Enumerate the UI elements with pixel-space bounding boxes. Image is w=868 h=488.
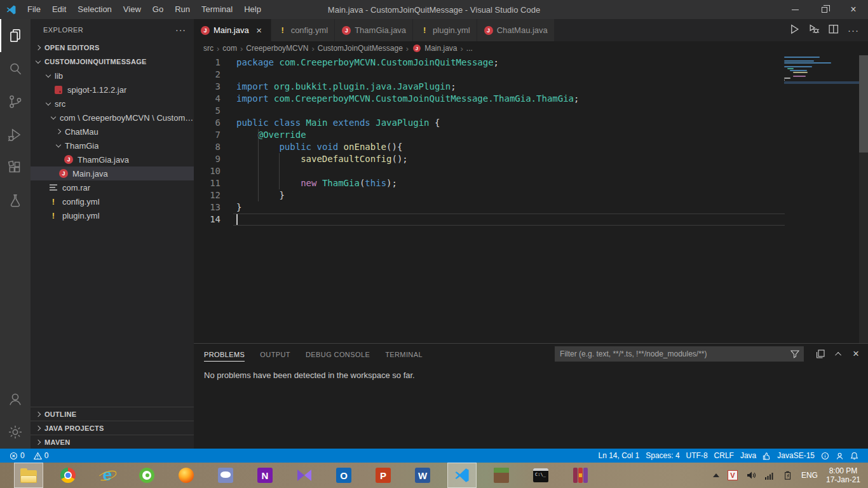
run-debug-icon[interactable] bbox=[0, 118, 31, 151]
code-line-7[interactable]: 7 @Override bbox=[194, 129, 868, 141]
line-number[interactable]: 13 bbox=[194, 201, 233, 214]
section-outline[interactable]: OUTLINE bbox=[31, 407, 194, 421]
tree-item-config.yml[interactable]: !config.yml bbox=[31, 194, 194, 208]
battery-icon[interactable] bbox=[783, 470, 793, 480]
tree-item-main.java[interactable]: JMain.java bbox=[31, 166, 194, 180]
code-line-11[interactable]: 11 new ThamGia(this); bbox=[194, 177, 868, 189]
code-line-9[interactable]: 9 saveDefaultConfig(); bbox=[194, 153, 868, 165]
status-java-runtime[interactable]: JavaSE-15 bbox=[774, 449, 818, 463]
clock[interactable]: 8:00 PM 17-Jan-21 bbox=[826, 466, 860, 484]
status-cursor-position[interactable]: Ln 14, Col 1 bbox=[595, 449, 643, 463]
debug-button-icon[interactable] bbox=[808, 24, 819, 37]
search-icon[interactable] bbox=[0, 52, 31, 85]
line-number[interactable]: 11 bbox=[194, 177, 233, 189]
status-warnings[interactable]: 0 bbox=[31, 449, 52, 463]
taskbar-outlook-icon[interactable]: O bbox=[329, 463, 358, 488]
network-icon[interactable] bbox=[764, 470, 775, 480]
tree-item-thamgia[interactable]: ThamGia bbox=[31, 139, 194, 152]
line-number[interactable]: 9 bbox=[194, 153, 233, 165]
taskbar-vscode-icon[interactable] bbox=[447, 463, 477, 488]
taskbar-file-explorer-icon[interactable] bbox=[14, 463, 43, 488]
line-number[interactable]: 14 bbox=[194, 214, 233, 226]
line-number[interactable]: 10 bbox=[194, 165, 233, 177]
code-line-3[interactable]: 3import org.bukkit.plugin.java.JavaPlugi… bbox=[194, 81, 868, 93]
breadcrumb-item-...[interactable]: ... bbox=[466, 44, 473, 53]
taskbar-powerpoint-icon[interactable]: P bbox=[369, 463, 398, 488]
testing-icon[interactable] bbox=[0, 184, 31, 217]
breadcrumb-item-src[interactable]: src bbox=[203, 44, 214, 53]
run-button-icon[interactable] bbox=[789, 24, 799, 37]
code-line-14[interactable]: 14 bbox=[194, 214, 868, 226]
taskbar-firefox-icon[interactable] bbox=[172, 463, 201, 488]
line-number[interactable]: 12 bbox=[194, 189, 233, 201]
volume-icon[interactable] bbox=[746, 470, 756, 480]
menu-edit[interactable]: Edit bbox=[46, 0, 72, 19]
line-number[interactable]: 3 bbox=[194, 81, 233, 93]
status-feedback[interactable] bbox=[832, 449, 847, 463]
filter-input-field[interactable] bbox=[560, 349, 790, 358]
menu-selection[interactable]: Selection bbox=[72, 0, 117, 19]
tree-item-chatmau[interactable]: ChatMau bbox=[31, 125, 194, 139]
line-number[interactable]: 8 bbox=[194, 141, 233, 153]
breadcrumb-item-main.java[interactable]: JMain.java bbox=[412, 43, 457, 53]
tree-item-plugin.yml[interactable]: !plugin.yml bbox=[31, 208, 194, 222]
status-java-status[interactable] bbox=[759, 449, 774, 463]
panel-tab-terminal[interactable]: TERMINAL bbox=[385, 347, 423, 362]
tray-chevron-up-icon[interactable] bbox=[713, 473, 719, 477]
menu-file[interactable]: File bbox=[22, 0, 46, 19]
close-panel-icon[interactable]: × bbox=[853, 349, 859, 359]
taskbar-onenote-icon[interactable]: N bbox=[250, 463, 280, 488]
status-notifications[interactable] bbox=[847, 449, 862, 463]
taskbar-discord-icon[interactable] bbox=[211, 463, 240, 488]
language-indicator[interactable]: ENG bbox=[801, 471, 818, 480]
code-editor[interactable]: 1package com.CreeperboyMCVN.CustomJoinQu… bbox=[194, 55, 868, 343]
taskbar-kmplayer-icon[interactable] bbox=[290, 463, 319, 488]
code-line-1[interactable]: 1package com.CreeperboyMCVN.CustomJoinQu… bbox=[194, 57, 868, 69]
taskbar-coc-coc-icon[interactable] bbox=[132, 463, 161, 488]
tree-item-lib[interactable]: lib bbox=[31, 69, 194, 83]
status-errors[interactable]: 0 bbox=[6, 449, 28, 463]
line-number[interactable]: 6 bbox=[194, 117, 233, 129]
tab-main.java[interactable]: JMain.java× bbox=[194, 19, 271, 41]
more-actions-icon[interactable]: ··· bbox=[848, 25, 859, 36]
extensions-icon[interactable] bbox=[0, 151, 31, 184]
code-line-6[interactable]: 6public class Main extends JavaPlugin { bbox=[194, 117, 868, 129]
tab-chatmau.java[interactable]: JChatMau.java bbox=[477, 19, 555, 41]
unikey-icon[interactable]: V bbox=[728, 470, 738, 480]
split-editor-button-icon[interactable] bbox=[828, 24, 839, 37]
status-eol[interactable]: CRLF bbox=[711, 449, 737, 463]
line-number[interactable]: 7 bbox=[194, 129, 233, 141]
tree-item-thamgia.java[interactable]: JThamGia.java bbox=[31, 152, 194, 166]
code-line-4[interactable]: 4import com.CreeperboyMCVN.CustomJoinQui… bbox=[194, 93, 868, 105]
status-indentation[interactable]: Spaces: 4 bbox=[642, 449, 682, 463]
menu-go[interactable]: Go bbox=[147, 0, 169, 19]
code-line-13[interactable]: 13} bbox=[194, 201, 868, 214]
tab-plugin.yml[interactable]: !plugin.yml bbox=[413, 19, 477, 41]
maximize-panel-icon[interactable] bbox=[835, 351, 841, 358]
code-line-2[interactable]: 2 bbox=[194, 69, 868, 81]
code-line-8[interactable]: 8 public void onEnable(){ bbox=[194, 141, 868, 153]
status-info[interactable] bbox=[818, 449, 832, 463]
status-language-mode[interactable]: Java bbox=[737, 449, 759, 463]
filter-funnel-icon[interactable] bbox=[790, 349, 800, 359]
panel-tab-output[interactable]: OUTPUT bbox=[260, 347, 290, 362]
problems-filter-input[interactable] bbox=[555, 346, 804, 362]
menu-run[interactable]: Run bbox=[169, 0, 196, 19]
status-encoding[interactable]: UTF-8 bbox=[683, 449, 711, 463]
sidebar-more-icon[interactable]: ··· bbox=[175, 25, 186, 35]
open-editors-section[interactable]: OPEN EDITORS bbox=[31, 41, 194, 55]
panel-tab-debug-console[interactable]: DEBUG CONSOLE bbox=[306, 347, 370, 362]
code-line-10[interactable]: 10 bbox=[194, 165, 868, 177]
close-tab-icon[interactable]: × bbox=[254, 25, 264, 36]
minimap[interactable] bbox=[784, 57, 859, 83]
tree-item-com.rar[interactable]: com.rar bbox=[31, 180, 194, 194]
tree-item-src[interactable]: src bbox=[31, 97, 194, 111]
code-line-5[interactable]: 5 bbox=[194, 105, 868, 117]
settings-icon[interactable] bbox=[0, 416, 31, 449]
line-number[interactable]: 2 bbox=[194, 69, 233, 81]
explorer-icon[interactable] bbox=[0, 19, 31, 52]
project-root-section[interactable]: CUSTOMJOINQUITMESSAGE bbox=[31, 55, 194, 69]
code-line-12[interactable]: 12 } bbox=[194, 189, 868, 201]
breadcrumb-item-creeperboymcvn[interactable]: CreeperboyMCVN bbox=[246, 44, 308, 53]
menu-help[interactable]: Help bbox=[238, 0, 267, 19]
